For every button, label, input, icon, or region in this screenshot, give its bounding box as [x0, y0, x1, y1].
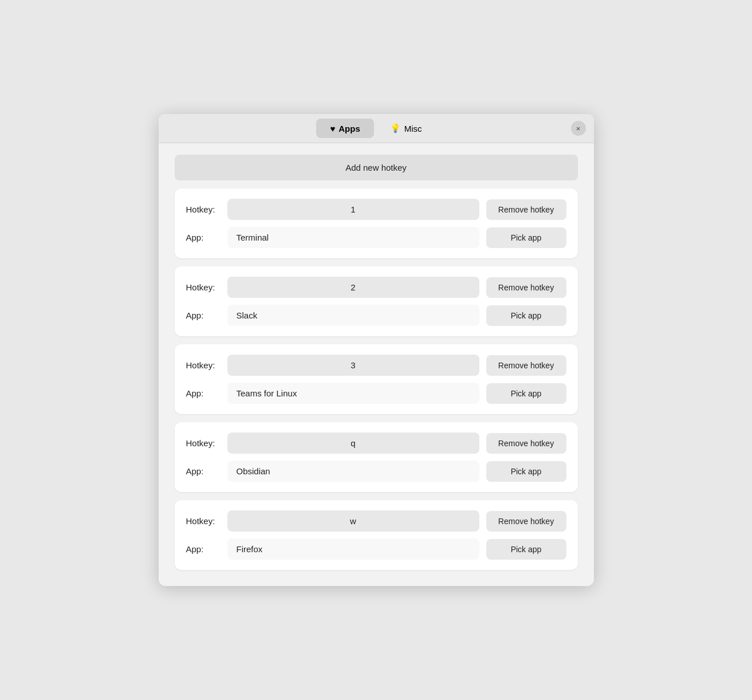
add-hotkey-button[interactable]: Add new hotkey [175, 155, 578, 180]
hotkey-row-2: Hotkey: 2 Remove hotkey [186, 277, 566, 298]
hotkey-card-4: Hotkey: q Remove hotkey App: Obsidian Pi… [175, 422, 578, 492]
app-value-3: Teams for Linux [227, 383, 479, 404]
hotkey-label-2: Hotkey: [186, 282, 221, 292]
hotkey-card-5: Hotkey: w Remove hotkey App: Firefox Pic… [175, 500, 578, 570]
tab-misc[interactable]: 💡 Misc [376, 119, 436, 138]
pick-app-button-4[interactable]: Pick app [486, 461, 566, 482]
remove-hotkey-button-3[interactable]: Remove hotkey [486, 355, 566, 376]
app-value-1: Terminal [227, 227, 479, 248]
remove-hotkey-button-2[interactable]: Remove hotkey [486, 277, 566, 298]
pick-app-button-1[interactable]: Pick app [486, 227, 566, 248]
hotkey-label-1: Hotkey: [186, 205, 221, 214]
app-row-3: App: Teams for Linux Pick app [186, 383, 566, 404]
remove-hotkey-button-5[interactable]: Remove hotkey [486, 511, 566, 532]
hotkey-card-3: Hotkey: 3 Remove hotkey App: Teams for L… [175, 344, 578, 414]
pick-app-button-2[interactable]: Pick app [486, 305, 566, 326]
pick-app-button-5[interactable]: Pick app [486, 539, 566, 560]
app-label-1: App: [186, 233, 221, 242]
app-value-5: Firefox [227, 538, 479, 560]
hotkey-row-1: Hotkey: 1 Remove hotkey [186, 199, 566, 220]
hotkey-value-2: 2 [227, 277, 479, 298]
app-label-4: App: [186, 466, 221, 476]
hotkey-value-3: 3 [227, 355, 479, 376]
hotkey-row-3: Hotkey: 3 Remove hotkey [186, 355, 566, 376]
tab-apps-label: Apps [338, 124, 360, 133]
remove-hotkey-button-4[interactable]: Remove hotkey [486, 433, 566, 454]
tab-misc-label: Misc [404, 124, 422, 133]
app-label-3: App: [186, 388, 221, 398]
hotkey-row-5: Hotkey: w Remove hotkey [186, 510, 566, 532]
hotkey-value-4: q [227, 432, 479, 454]
main-content: Add new hotkey Hotkey: 1 Remove hotkey A… [159, 143, 594, 586]
close-icon: × [576, 124, 581, 133]
remove-hotkey-button-1[interactable]: Remove hotkey [486, 199, 566, 220]
hotkey-label-3: Hotkey: [186, 360, 221, 370]
main-window: ♥ Apps 💡 Misc × Add new hotkey Hotkey: 1… [159, 114, 594, 586]
app-label-2: App: [186, 310, 221, 320]
close-button[interactable]: × [571, 121, 586, 136]
hotkey-label-5: Hotkey: [186, 516, 221, 526]
hotkey-label-4: Hotkey: [186, 438, 221, 448]
tab-bar: ♥ Apps 💡 Misc [316, 119, 435, 138]
app-label-5: App: [186, 544, 221, 554]
pick-app-button-3[interactable]: Pick app [486, 383, 566, 404]
app-row-1: App: Terminal Pick app [186, 227, 566, 248]
tab-apps[interactable]: ♥ Apps [316, 119, 373, 138]
misc-icon: 💡 [390, 123, 401, 133]
app-row-5: App: Firefox Pick app [186, 538, 566, 560]
app-value-4: Obsidian [227, 461, 479, 482]
app-row-4: App: Obsidian Pick app [186, 461, 566, 482]
hotkey-row-4: Hotkey: q Remove hotkey [186, 432, 566, 454]
hotkey-card-2: Hotkey: 2 Remove hotkey App: Slack Pick … [175, 266, 578, 336]
heart-icon: ♥ [330, 124, 335, 133]
app-value-2: Slack [227, 305, 479, 326]
titlebar: ♥ Apps 💡 Misc × [159, 114, 594, 143]
hotkey-value-5: w [227, 510, 479, 532]
app-row-2: App: Slack Pick app [186, 305, 566, 326]
hotkey-value-1: 1 [227, 199, 479, 220]
hotkey-card-1: Hotkey: 1 Remove hotkey App: Terminal Pi… [175, 188, 578, 258]
